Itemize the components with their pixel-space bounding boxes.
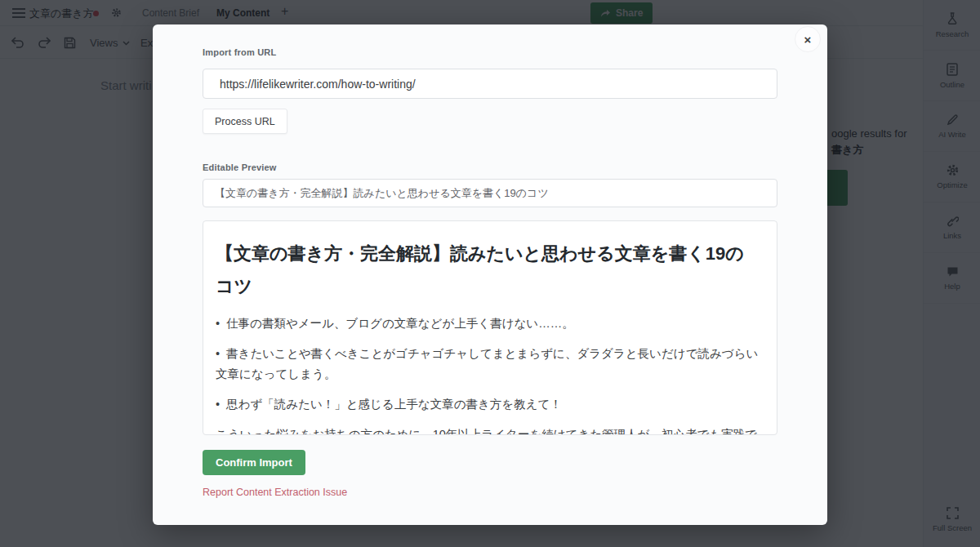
preview-heading: 【文章の書き方・完全解説】読みたいと思わせる文章を書く19のコツ: [216, 238, 759, 302]
preview-bullet-text: 思わず「読みたい！」と感じる上手な文章の書き方を教えて！: [226, 398, 562, 411]
close-icon[interactable]: ×: [795, 26, 821, 52]
import-from-url-modal: × Import from URL Process URL Editable P…: [153, 24, 827, 525]
bullet-icon: •: [216, 398, 220, 411]
import-from-url-label: Import from URL: [203, 47, 276, 57]
bullet-icon: •: [216, 347, 220, 360]
report-extraction-issue-link[interactable]: Report Content Extraction Issue: [203, 487, 347, 498]
process-url-button[interactable]: Process URL: [203, 109, 287, 134]
preview-bullet-text: 書きたいことや書くべきことがゴチャゴチャしてまとまらずに、ダラダラと長いだけで読…: [216, 347, 758, 380]
preview-bullet-item: •書きたいことや書くべきことがゴチャゴチャしてまとまらずに、ダラダラと長いだけで…: [216, 344, 759, 385]
preview-paragraph: こういった悩みをお持ちの方のために、10年以上ライターを続けてきた管理人が、初心…: [216, 425, 759, 435]
preview-bullet-item: •仕事の書類やメール、ブログの文章などが上手く書けない……。: [216, 314, 759, 334]
editable-preview-label: Editable Preview: [203, 162, 277, 172]
editable-preview-area[interactable]: 【文章の書き方・完全解説】読みたいと思わせる文章を書く19のコツ •仕事の書類や…: [203, 220, 777, 435]
confirm-import-button[interactable]: Confirm Import: [203, 450, 305, 475]
preview-bullet-text: 仕事の書類やメール、ブログの文章などが上手く書けない……。: [226, 317, 574, 330]
bullet-icon: •: [216, 317, 220, 330]
screen: 文章の書き方 Content Brief My Content + Share: [0, 0, 980, 547]
preview-bullet-item: •思わず「読みたい！」と感じる上手な文章の書き方を教えて！: [216, 394, 759, 415]
preview-title-input[interactable]: [203, 179, 777, 207]
url-input[interactable]: [203, 69, 777, 99]
